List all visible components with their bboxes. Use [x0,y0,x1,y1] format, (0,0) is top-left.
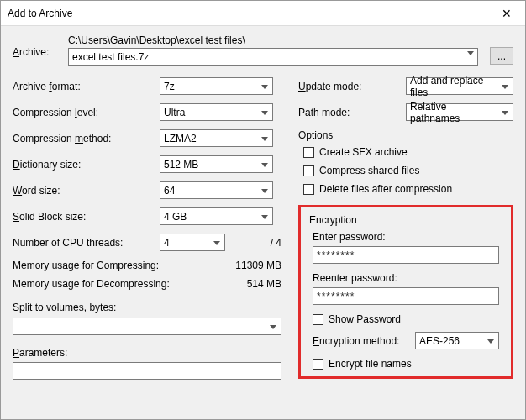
chevron-down-icon [261,163,268,167]
threads-label: Number of CPU threads: [13,237,160,249]
enter-password-input[interactable]: ******** [313,246,499,264]
archive-filename-text: excel test files.7z [72,51,149,63]
shared-label: Compress shared files [319,165,419,176]
mem-decompress-label: Memory usage for Decompressing: [13,278,170,290]
options-title: Options [298,129,513,141]
enc-method-label: Encryption method: [313,335,415,347]
sfx-label: Create SFX archive [319,146,408,158]
archive-label: Archive: [13,34,61,58]
close-icon: ✕ [502,7,512,20]
chevron-down-icon [502,85,508,89]
mem-compress-label: Memory usage for Compressing: [13,260,159,271]
dict-select[interactable]: 512 MB [160,155,273,173]
word-select[interactable]: 64 [160,181,273,199]
threads-select[interactable]: 4 [160,234,225,251]
level-select[interactable]: Ultra [160,103,273,121]
word-label: Word size: [13,185,160,197]
window-title: Add to Archive [8,8,487,19]
method-select[interactable]: LZMA2 [160,129,273,147]
archive-path: C:\Users\Gavin\Desktop\excel test files\ [68,34,478,46]
chevron-down-icon [261,137,268,141]
split-label: Split to volumes, bytes: [13,302,281,313]
format-label: Archive format: [13,81,160,92]
chevron-down-icon [261,111,268,115]
reenter-password-input[interactable]: ******** [313,287,499,305]
show-password-checkbox[interactable] [313,314,323,325]
pathmode-label: Path mode: [298,107,406,118]
params-input[interactable] [13,362,281,380]
update-label: Update mode: [298,81,406,92]
delete-label: Delete files after compression [319,183,452,195]
enc-method-select[interactable]: AES-256 [415,332,499,349]
delete-checkbox[interactable] [303,184,314,195]
shared-checkbox[interactable] [303,165,314,176]
chevron-down-icon [270,325,276,329]
params-label: Parameters: [13,347,281,359]
reenter-password-label: Reenter password: [313,272,502,284]
chevron-down-icon [487,339,494,344]
dialog-window: Add to Archive ✕ Archive: C:\Users\Gavin… [0,0,526,420]
close-button[interactable]: ✕ [487,1,525,26]
pathmode-select[interactable]: Relative pathnames [406,103,513,121]
encryption-title: Encryption [309,214,502,226]
level-label: Compression level: [13,107,160,118]
update-select[interactable]: Add and replace files [406,77,513,95]
left-column: Archive format: 7z Compression level: Ul… [13,77,281,380]
chevron-down-icon [261,189,268,193]
format-select[interactable]: 7z [160,77,273,95]
titlebar: Add to Archive ✕ [1,1,525,26]
dialog-body: Archive: C:\Users\Gavin\Desktop\excel te… [1,26,525,388]
right-column: Update mode: Add and replace files Path … [298,77,513,380]
split-select[interactable] [13,318,281,335]
chevron-down-icon [467,51,474,55]
show-password-label: Show Password [329,313,401,325]
chevron-down-icon [261,215,268,219]
mem-compress-value: 11309 MB [235,260,281,271]
chevron-down-icon [213,241,220,245]
enter-password-label: Enter password: [313,231,502,243]
dict-label: Dictionary size: [13,159,160,171]
encryption-group: Encryption Enter password: ******** Reen… [298,205,513,379]
chevron-down-icon [502,111,508,115]
method-label: Compression method: [13,133,160,144]
archive-filename-input[interactable]: excel test files.7z [68,48,478,66]
mem-decompress-value: 514 MB [247,278,281,290]
encrypt-names-label: Encrypt file names [329,358,412,370]
browse-button[interactable]: ... [490,47,513,65]
encrypt-names-checkbox[interactable] [313,359,323,370]
threads-max: / 4 [232,237,281,249]
sfx-checkbox[interactable] [303,147,314,158]
solid-select[interactable]: 4 GB [160,207,273,225]
solid-label: Solid Block size: [13,211,160,223]
chevron-down-icon [261,85,268,89]
